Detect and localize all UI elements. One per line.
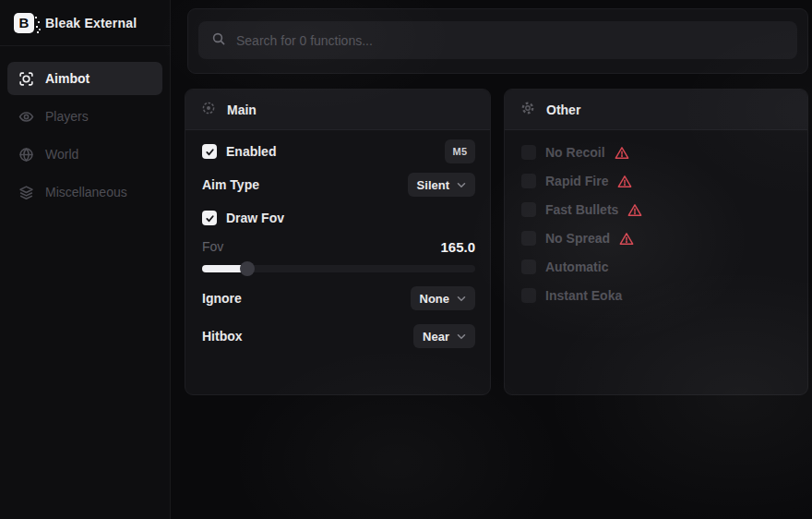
- search-panel: Search for 0 functions...: [187, 8, 808, 74]
- fov-value: 165.0: [440, 239, 475, 255]
- search-input[interactable]: Search for 0 functions...: [198, 21, 797, 59]
- rapid-fire-checkbox[interactable]: [521, 174, 536, 188]
- hitbox-label: Hitbox: [202, 329, 243, 344]
- fov-slider[interactable]: [202, 260, 475, 277]
- other-item-instant-eoka[interactable]: Instant Eoka: [521, 288, 793, 303]
- ignore-label: Ignore: [202, 291, 242, 306]
- chevron-down-icon: [457, 182, 466, 188]
- aim-type-row: Aim Type Silent: [202, 173, 475, 197]
- check-icon: [205, 213, 215, 223]
- layers-icon: [18, 185, 34, 200]
- warning-icon: [627, 203, 642, 217]
- ignore-dropdown[interactable]: None: [411, 286, 476, 310]
- sidebar-item-players[interactable]: Players: [7, 100, 162, 133]
- eye-icon: [18, 109, 34, 125]
- fast-bullets-checkbox[interactable]: [521, 202, 536, 217]
- other-item-rapid-fire[interactable]: Rapid Fire: [521, 174, 793, 188]
- sidebar-item-label: World: [45, 147, 78, 162]
- ignore-value: None: [420, 292, 450, 306]
- panel-other-header: Other: [505, 90, 807, 130]
- draw-fov-row: Draw Fov: [202, 206, 475, 230]
- sidebar-item-world[interactable]: World: [7, 138, 162, 171]
- sidebar-item-miscellaneous[interactable]: Miscellaneous: [7, 175, 162, 209]
- app-title: Bleak External: [45, 16, 137, 30]
- enabled-label: Enabled: [226, 144, 276, 159]
- ignore-row: Ignore None: [202, 286, 475, 310]
- search-placeholder: Search for 0 functions...: [236, 33, 373, 48]
- logo-letter: B: [19, 15, 30, 30]
- panel-other: Other No Recoil Rapid Fir: [504, 89, 808, 395]
- crosshair-focus-icon: [18, 71, 34, 87]
- chevron-down-icon: [457, 333, 466, 340]
- sidebar-item-label: Miscellaneous: [45, 185, 127, 199]
- other-item-no-recoil[interactable]: No Recoil: [521, 145, 793, 160]
- aim-type-label: Aim Type: [202, 177, 259, 192]
- draw-fov-label: Draw Fov: [226, 211, 284, 225]
- hitbox-row: Hitbox Near: [202, 324, 475, 348]
- sidebar-nav: Aimbot Players World: [0, 46, 170, 209]
- fov-row: Fov 165.0: [202, 239, 475, 254]
- panel-title: Other: [546, 103, 580, 117]
- check-icon: [205, 147, 215, 157]
- other-item-fast-bullets[interactable]: Fast Bullets: [521, 202, 793, 217]
- no-spread-checkbox[interactable]: [521, 231, 536, 246]
- app-logo-icon: B: [14, 13, 34, 33]
- warning-icon: [617, 175, 632, 188]
- sidebar: B Bleak External Aimbot: [0, 0, 171, 519]
- panel-main-body: Enabled M5 Aim Type Silent: [185, 130, 490, 348]
- app-window: B Bleak External Aimbot: [0, 0, 812, 519]
- sidebar-item-label: Players: [45, 109, 89, 124]
- slider-thumb[interactable]: [240, 261, 255, 276]
- sidebar-header: B Bleak External: [0, 0, 170, 46]
- other-item-no-spread[interactable]: No Spread: [521, 231, 793, 246]
- panel-main: Main Enabled M5 Aim Type: [185, 89, 491, 395]
- instant-eoka-checkbox[interactable]: [521, 288, 536, 303]
- panel-title: Main: [227, 103, 257, 117]
- gear-icon: [520, 101, 535, 119]
- sidebar-item-aimbot[interactable]: Aimbot: [7, 62, 162, 95]
- target-icon: [201, 101, 216, 119]
- warning-icon: [619, 232, 634, 246]
- draw-fov-checkbox[interactable]: [202, 211, 217, 225]
- chevron-down-icon: [457, 296, 466, 302]
- sidebar-item-label: Aimbot: [45, 71, 90, 86]
- hitbox-value: Near: [423, 330, 449, 344]
- other-item-automatic[interactable]: Automatic: [521, 260, 793, 274]
- panel-main-header: Main: [185, 90, 490, 130]
- search-icon: [211, 31, 226, 50]
- keybind-button[interactable]: M5: [445, 139, 475, 163]
- panels-row: Main Enabled M5 Aim Type: [185, 89, 808, 395]
- fov-label: Fov: [202, 239, 223, 254]
- enabled-row: Enabled M5: [202, 139, 475, 163]
- no-recoil-checkbox[interactable]: [521, 145, 536, 160]
- main-content: Search for 0 functions... Main: [171, 0, 812, 519]
- warning-icon: [615, 146, 629, 160]
- automatic-checkbox[interactable]: [521, 260, 536, 274]
- enabled-checkbox[interactable]: [202, 144, 217, 159]
- panel-other-body: No Recoil Rapid Fire: [505, 130, 807, 303]
- aim-type-dropdown[interactable]: Silent: [408, 173, 475, 197]
- hitbox-dropdown[interactable]: Near: [413, 324, 475, 348]
- aim-type-value: Silent: [417, 178, 449, 192]
- logo-dissolve-pixels: [35, 17, 37, 18]
- globe-icon: [18, 147, 34, 163]
